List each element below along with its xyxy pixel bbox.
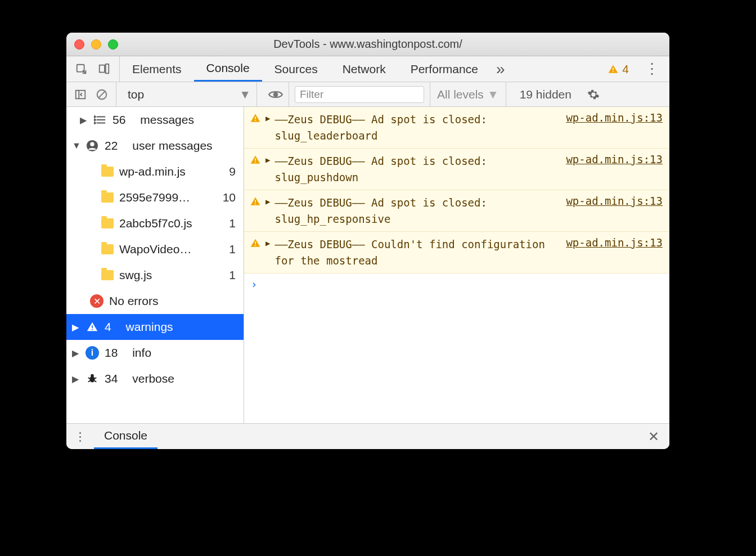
message-text: ––Zeus DEBUG–– Ad spot is closed: slug_l… — [274, 111, 561, 144]
log-levels-dropdown[interactable]: All levels ▼ — [430, 82, 506, 106]
expand-arrow-icon: ▶ — [72, 322, 80, 333]
console-message[interactable]: ▶ ––Zeus DEBUG–– Couldn't find configura… — [244, 232, 669, 273]
sidebar-info[interactable]: ▶ i 18 info — [66, 340, 244, 366]
message-source-link[interactable]: wp-ad.min.js:13 — [566, 111, 663, 124]
devtools-window: DevTools - www.washingtonpost.com/ Eleme… — [66, 33, 669, 449]
warning-triangle-icon — [250, 237, 261, 249]
toggle-sidebar-icon[interactable] — [73, 87, 88, 102]
drawer-menu-icon[interactable]: ⋮ — [66, 430, 94, 443]
sidebar-verbose[interactable]: ▶ 34 verbose — [66, 366, 244, 392]
expand-arrow-icon[interactable]: ▶ — [266, 197, 270, 206]
svg-rect-32 — [255, 242, 256, 244]
svg-line-23 — [94, 378, 97, 379]
device-toolbar-icon[interactable] — [97, 62, 111, 77]
titlebar: DevTools - www.washingtonpost.com/ — [66, 33, 669, 56]
svg-line-25 — [94, 381, 97, 382]
clear-console-icon[interactable] — [94, 87, 109, 102]
warnings-badge[interactable]: 4 — [602, 62, 634, 76]
svg-rect-3 — [613, 68, 614, 70]
drawer-tab-console[interactable]: Console — [94, 424, 158, 449]
svg-point-14 — [94, 119, 96, 121]
sidebar-user-messages[interactable]: ▼ 22 user messages — [66, 133, 244, 159]
svg-rect-28 — [255, 159, 256, 161]
message-text: ––Zeus DEBUG–– Ad spot is closed: slug_h… — [274, 195, 561, 227]
file-count: 10 — [223, 191, 236, 204]
expand-arrow-icon[interactable]: ▶ — [266, 155, 270, 164]
message-source-link[interactable]: wp-ad.min.js:13 — [566, 195, 663, 207]
collapse-arrow-icon: ▼ — [72, 141, 80, 151]
message-source-link[interactable]: wp-ad.min.js:13 — [566, 153, 663, 165]
context-selector[interactable]: top ▼ — [122, 82, 257, 106]
svg-point-9 — [274, 92, 278, 96]
warning-triangle-icon — [608, 64, 619, 75]
svg-point-15 — [94, 122, 96, 124]
message-text: ––Zeus DEBUG–– Couldn't find configurati… — [274, 236, 561, 268]
sidebar-file-0[interactable]: wp-ad.min.js 9 — [66, 159, 244, 185]
sidebar-file-3[interactable]: WapoVideo… 1 — [66, 236, 244, 262]
tab-console[interactable]: Console — [194, 56, 262, 82]
expand-arrow-icon[interactable]: ▶ — [266, 114, 270, 123]
folder-icon — [101, 244, 114, 254]
sidebar-errors[interactable]: ✕ No errors — [66, 288, 244, 314]
warning-triangle-icon — [250, 113, 261, 124]
svg-rect-18 — [92, 325, 93, 328]
main-tabbar: Elements Console Sources Network Perform… — [66, 56, 669, 82]
inspect-element-icon[interactable] — [74, 62, 89, 77]
more-tabs-button[interactable]: » — [490, 60, 511, 78]
console-message[interactable]: ▶ ––Zeus DEBUG–– Ad spot is closed: slug… — [244, 149, 669, 190]
kebab-menu-icon[interactable]: ⋮ — [634, 60, 669, 78]
messages-label: messages — [140, 113, 194, 127]
file-count: 9 — [229, 165, 236, 178]
tab-elements[interactable]: Elements — [120, 56, 194, 82]
sidebar-file-1[interactable]: 2595e7999… 10 — [66, 185, 244, 210]
error-icon: ✕ — [90, 294, 104, 308]
console-sidebar: ▶ 56 messages ▼ 22 user messages wp-ad.m… — [66, 107, 244, 423]
sidebar-file-2[interactable]: 2abcb5f7c0.js 1 — [66, 210, 244, 236]
filter-placeholder: Filter — [300, 88, 323, 101]
file-name: swg.js — [119, 268, 152, 282]
close-drawer-icon[interactable]: ✕ — [638, 429, 669, 445]
hidden-count[interactable]: 19 hidden — [512, 88, 579, 101]
tab-sources[interactable]: Sources — [262, 56, 330, 82]
svg-rect-19 — [92, 329, 93, 330]
tab-network[interactable]: Network — [330, 56, 398, 82]
folder-icon — [101, 270, 114, 280]
sidebar-warnings[interactable]: ▶ 4 warnings — [66, 314, 244, 340]
file-count: 1 — [229, 217, 236, 230]
console-message[interactable]: ▶ ––Zeus DEBUG–– Ad spot is closed: slug… — [244, 107, 669, 149]
info-label: info — [132, 346, 151, 360]
svg-rect-1 — [100, 65, 105, 72]
chevron-down-icon: ▼ — [239, 88, 251, 101]
console-prompt[interactable]: › — [244, 273, 669, 295]
file-name: 2abcb5f7c0.js — [119, 217, 192, 230]
chevron-down-icon: ▼ — [487, 88, 499, 101]
warnings-badge-count: 4 — [622, 62, 629, 76]
info-count: 18 — [105, 346, 118, 360]
svg-rect-31 — [255, 203, 256, 204]
svg-rect-33 — [255, 245, 256, 246]
live-expressions-icon[interactable] — [263, 82, 289, 106]
gear-icon[interactable] — [585, 88, 602, 101]
svg-line-24 — [88, 381, 91, 382]
verbose-count: 34 — [105, 372, 118, 385]
message-source-link[interactable]: wp-ad.min.js:13 — [566, 236, 663, 249]
console-toolbar: top ▼ Filter All levels ▼ 19 hidden — [66, 82, 669, 107]
user-count: 22 — [105, 139, 118, 153]
folder-icon — [101, 218, 114, 228]
levels-label: All levels — [437, 88, 484, 101]
file-name: 2595e7999… — [119, 191, 190, 204]
warning-triangle-icon — [250, 196, 261, 207]
sidebar-messages[interactable]: ▶ 56 messages — [66, 107, 244, 133]
expand-arrow-icon: ▶ — [72, 348, 80, 358]
context-label: top — [128, 88, 144, 101]
svg-line-22 — [88, 378, 91, 379]
filter-input[interactable]: Filter — [295, 86, 424, 103]
file-count: 1 — [229, 243, 236, 256]
sidebar-file-4[interactable]: swg.js 1 — [66, 262, 244, 288]
expand-arrow-icon[interactable]: ▶ — [266, 239, 270, 248]
svg-point-17 — [90, 142, 94, 146]
warning-triangle-icon — [250, 154, 261, 165]
tab-performance[interactable]: Performance — [398, 56, 490, 82]
file-name: WapoVideo… — [119, 243, 191, 256]
console-message[interactable]: ▶ ––Zeus DEBUG–– Ad spot is closed: slug… — [244, 190, 669, 232]
